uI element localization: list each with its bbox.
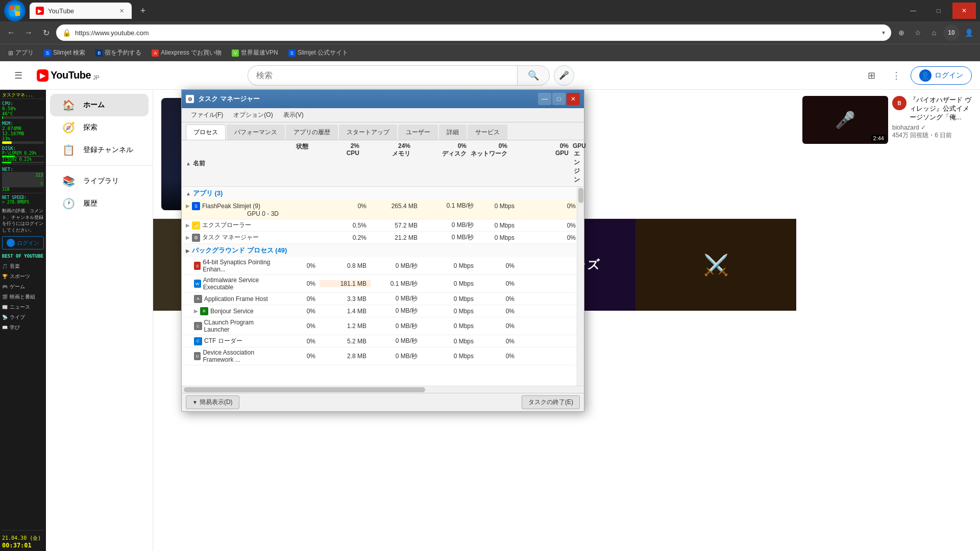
refresh-button[interactable]: ↻: [39, 26, 53, 40]
tm-tab-app-history[interactable]: アプリの履歴: [286, 124, 338, 140]
tm-tab-performance[interactable]: パフォーマンス: [227, 124, 285, 140]
table-row[interactable]: A Application Frame Host 0% 3.3 MB 0 MB/…: [182, 293, 584, 305]
nav-home[interactable]: 🏠 ホーム: [50, 94, 149, 116]
voice-search-button[interactable]: 🎤: [554, 65, 574, 86]
ctf-gpu: 0%: [478, 338, 519, 345]
table-row[interactable]: ▶ S FlashPeak Slimjet (9) 0% 265.4 MB 0.…: [182, 200, 584, 219]
tm-tab-startup[interactable]: スタートアップ: [339, 124, 397, 140]
cl-mem: 1.2 MB: [320, 322, 371, 330]
antimalware-icon: W: [194, 280, 201, 288]
table-row[interactable]: C CTF ローダー 0% 5.2 MB 0 MB/秒 0 Mbps 0%: [182, 335, 584, 347]
table-row[interactable]: ▶ B Bonjour Service 0% 1.4 MB 0 MB/秒 0 M…: [182, 305, 584, 317]
tm-close-button[interactable]: ✕: [567, 93, 580, 105]
sidebar-item-gaming[interactable]: 🎮 ゲーム: [2, 282, 44, 291]
table-scrollbar[interactable]: [577, 187, 584, 386]
tm-menu-file[interactable]: ファイル(F): [186, 109, 228, 121]
nav-history[interactable]: 🕐 履歴: [50, 192, 149, 215]
bookmark-slimjet-official[interactable]: S Slimjet 公式サイト: [284, 46, 352, 59]
address-bar[interactable]: 🔒 https://www.youtube.com ▾: [56, 24, 891, 41]
table-row[interactable]: S 64-bit Synaptics Pointing Enhan... 0% …: [182, 257, 584, 275]
hamburger-menu-button[interactable]: ☰: [8, 65, 29, 86]
windows-start-btn[interactable]: [4, 0, 26, 21]
mem-value1: 2.874MB: [2, 126, 44, 131]
more-options-button[interactable]: ⋮: [886, 65, 906, 86]
close-button[interactable]: ✕: [952, 3, 976, 19]
forward-button[interactable]: →: [21, 26, 36, 40]
tab-close-button[interactable]: ✕: [117, 7, 126, 15]
table-row[interactable]: D Device Association Framework ... 0% 2.…: [182, 347, 584, 365]
col-gpu-engine[interactable]: GPUエンジン: [573, 142, 580, 184]
login-button[interactable]: 👤 ログイン: [911, 66, 972, 85]
sidebar-item-live[interactable]: 📡 ライブ: [2, 313, 44, 322]
back-button[interactable]: ←: [4, 26, 18, 40]
bookmark-aliexpress[interactable]: A Aliexpress でお買い物: [148, 46, 226, 59]
bookmark-slimjet[interactable]: S Slimjet 検索: [40, 46, 89, 59]
tm-tab-users[interactable]: ユーザー: [398, 124, 438, 140]
col-name[interactable]: ▲ 名前: [186, 142, 272, 184]
bookmark-label: 世界最速VPN: [241, 48, 278, 57]
video-card-4[interactable]: ⚔️: [635, 219, 796, 311]
bookmark-booking[interactable]: B 宿を予約する: [91, 46, 145, 59]
col-disk[interactable]: 0% ディスク: [414, 142, 471, 184]
youtube-logo[interactable]: ▶ YouTube JP: [37, 69, 100, 82]
sidebar-item-movies[interactable]: 🎬 映画と番組: [2, 292, 44, 302]
active-browser-tab[interactable]: ▶ YouTube ✕: [30, 3, 132, 19]
star-button[interactable]: ☆: [911, 26, 925, 40]
h-scrollbar-thumb[interactable]: [184, 387, 425, 392]
end-task-button[interactable]: タスクの終了(E): [522, 395, 580, 409]
home-button[interactable]: ⌂: [927, 26, 941, 40]
simple-view-button[interactable]: ▼ 簡易表示(D): [186, 395, 239, 409]
nav-library[interactable]: 📚 ライブラリ: [50, 170, 149, 192]
col-gpu[interactable]: 0% GPU: [511, 142, 573, 184]
bookmark-vpn[interactable]: V 世界最速VPN: [228, 46, 282, 59]
sidebar-item-news[interactable]: 📰 ニュース: [2, 303, 44, 312]
table-row[interactable]: ▶ 📁 エクスプローラー 0.5% 57.2 MB 0 MB/秒 0 Mbps …: [182, 219, 584, 232]
taskmgr-mem: 21.2 MB: [371, 234, 422, 241]
new-tab-button[interactable]: +: [136, 4, 150, 18]
sidebar-item-music[interactable]: 🎵 音楽: [2, 262, 44, 271]
zoom-button[interactable]: ⊕: [894, 26, 909, 40]
divider1: [46, 165, 153, 166]
menu-button[interactable]: 👤: [962, 26, 976, 40]
col-cpu[interactable]: 2% CPU: [312, 142, 363, 184]
bon-cpu: 0%: [279, 308, 320, 315]
task-manager-window: ⚙ タスク マネージャー — □ ✕ ファイル(F) オプション(O) 表示(V…: [181, 89, 584, 412]
maximize-button[interactable]: □: [927, 3, 950, 19]
side-video-biohazard[interactable]: 🎤 2:44 B 『バイオハザード ヴィレッジ』公式イメージソング「俺... b…: [802, 96, 974, 144]
sidebar-login-button[interactable]: 👤 ログイン: [2, 236, 44, 249]
sidebar-item-sports[interactable]: 🏆 スポーツ: [2, 272, 44, 281]
table-row[interactable]: ▶ ⚙ タスク マネージャー 0.2% 21.2 MB 0 MB/秒 0 Mbp…: [182, 232, 584, 244]
search-button[interactable]: 🔍: [517, 65, 550, 86]
apps-expand-icon: ▲: [186, 191, 191, 196]
col-status[interactable]: 状態: [272, 142, 312, 184]
table-row[interactable]: C CLaunch Program Launcher 0% 1.2 MB 0 M…: [182, 317, 584, 335]
apps-grid-button[interactable]: ⊞: [862, 65, 882, 86]
nav-explore[interactable]: 🧭 探索: [50, 116, 149, 139]
tm-minimize-button[interactable]: —: [538, 93, 551, 105]
user-profile-button[interactable]: 10: [943, 24, 960, 41]
anti-cpu: 0%: [279, 280, 320, 287]
tm-menu-view[interactable]: 表示(V): [278, 109, 309, 121]
search-input[interactable]: [248, 65, 517, 86]
nav-subscriptions[interactable]: 📋 登録チャンネル: [50, 139, 149, 161]
tm-menu-options[interactable]: オプション(O): [228, 109, 278, 121]
horizontal-scrollbar[interactable]: [182, 386, 584, 393]
tm-tab-details[interactable]: 詳細: [439, 124, 467, 140]
apps-group-header[interactable]: ▲ アプリ (3): [182, 187, 584, 200]
col-mem[interactable]: 24% メモリ: [363, 142, 414, 184]
tm-tab-processes[interactable]: プロセス: [186, 124, 226, 140]
minimize-button[interactable]: —: [901, 3, 925, 19]
net-out2: 31B: [2, 187, 44, 192]
svg-rect-2: [10, 11, 14, 16]
col-net[interactable]: 0% ネットワーク: [471, 142, 511, 184]
home-nav-icon: 🏠: [62, 99, 75, 111]
bg-group-header[interactable]: ▶ バックグラウンド プロセス (49): [182, 244, 584, 257]
sidebar-item-learning[interactable]: 📖 学び: [2, 323, 44, 332]
explorer-gpu: 0%: [519, 222, 580, 229]
scrollbar-thumb[interactable]: [578, 188, 583, 203]
tm-tab-services[interactable]: サービス: [468, 124, 507, 140]
tm-maximize-button[interactable]: □: [552, 93, 566, 105]
table-row[interactable]: W Antimalware Service Executable 0% 181.…: [182, 275, 584, 293]
home-nav-label: ホーム: [83, 101, 105, 110]
bookmark-apps[interactable]: ⊞ アプリ: [4, 46, 38, 59]
